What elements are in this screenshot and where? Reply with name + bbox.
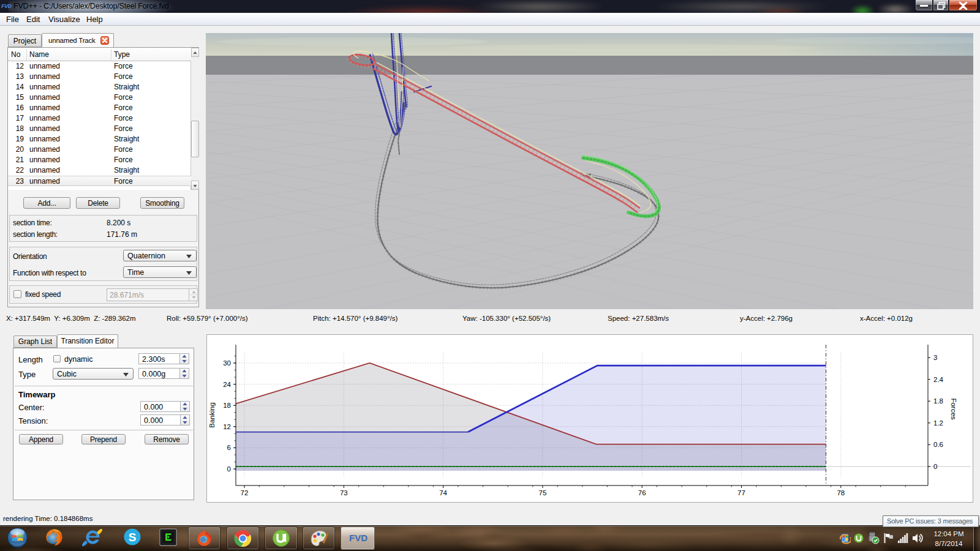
svg-text:30: 30 <box>223 359 231 367</box>
svg-text:Forces: Forces <box>950 398 957 419</box>
svg-text:18: 18 <box>223 402 231 409</box>
svg-text:3: 3 <box>933 354 937 361</box>
svg-text:75: 75 <box>539 489 547 497</box>
svg-text:24: 24 <box>223 381 231 388</box>
svg-text:1.2: 1.2 <box>933 419 943 427</box>
svg-text:12: 12 <box>223 423 231 430</box>
svg-text:73: 73 <box>340 489 348 497</box>
svg-text:74: 74 <box>439 489 447 497</box>
svg-text:6: 6 <box>227 444 231 451</box>
svg-text:2.4: 2.4 <box>933 376 944 383</box>
svg-text:77: 77 <box>737 489 745 497</box>
svg-text:78: 78 <box>837 489 845 497</box>
svg-text:0.6: 0.6 <box>933 441 943 448</box>
svg-text:0: 0 <box>227 465 231 473</box>
svg-text:72: 72 <box>241 489 249 497</box>
svg-text:Banking: Banking <box>208 402 216 428</box>
svg-text:1.8: 1.8 <box>933 397 943 405</box>
svg-text:0: 0 <box>933 463 937 470</box>
svg-text:S: S <box>129 531 137 544</box>
svg-text:76: 76 <box>638 489 646 497</box>
